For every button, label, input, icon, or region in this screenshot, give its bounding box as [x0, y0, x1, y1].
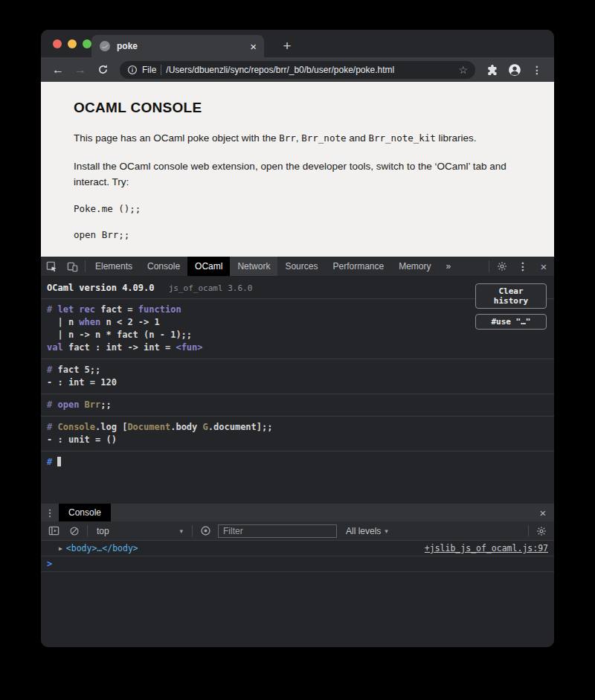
console-prompt-chevron: > [47, 559, 52, 569]
ocaml-version: OCaml version 4.09.0 [47, 283, 155, 293]
traffic-lights [53, 39, 91, 48]
file-scheme-label: File [142, 65, 156, 75]
intro-paragraph: This page has an OCaml poke object with … [74, 131, 521, 147]
browser-window: poke × + ← → File /Users/dbuenzli/sync/r… [41, 30, 554, 647]
clear-console-icon[interactable] [66, 523, 83, 539]
javascript-context-dropdown[interactable]: top ▾ [92, 526, 187, 536]
log-levels-dropdown[interactable]: All levels ▾ [341, 526, 388, 536]
console-settings-gear-icon[interactable] [533, 523, 550, 539]
minimize-window-button[interactable] [68, 39, 77, 48]
lib-name-code: Brr [279, 132, 296, 144]
tab-memory[interactable]: Memory [391, 257, 438, 276]
tab-performance[interactable]: Performance [325, 257, 391, 276]
url-text[interactable]: /Users/dbuenzli/sync/repos/brr/_b0/b/use… [166, 65, 454, 75]
device-toolbar-icon[interactable] [62, 257, 83, 276]
console-toolbar: top ▾ All levels ▾ [41, 521, 554, 541]
new-tab-button[interactable]: + [276, 35, 298, 57]
drawer-menu-kebab-icon[interactable]: ⋮ [41, 504, 59, 521]
back-button[interactable]: ← [48, 60, 68, 80]
toolbar-divider [489, 260, 489, 272]
clear-history-button[interactable]: Clear history [475, 283, 547, 309]
text-caret [57, 457, 61, 466]
close-drawer-icon[interactable]: × [532, 504, 554, 521]
console-messages: ▶ <body>…</body> +jslib_js_of_ocaml.js:9… [41, 541, 554, 647]
live-expression-eye-icon[interactable] [197, 523, 213, 539]
url-bar[interactable]: File /Users/dbuenzli/sync/repos/brr/_b0/… [120, 61, 475, 79]
address-toolbar: ← → File /Users/dbuenzli/sync/repos/brr/… [41, 57, 554, 82]
tab-strip: poke × + [41, 30, 554, 57]
forward-button: → [71, 60, 90, 80]
toolbar-divider [85, 260, 86, 272]
more-tabs-chevron[interactable]: » [439, 257, 459, 276]
profile-avatar-icon[interactable] [505, 61, 524, 79]
repl-entry: # fact 5;; - : int = 120 [41, 359, 554, 394]
tab-console[interactable]: Console [140, 257, 187, 276]
intro-text: libraries. [436, 132, 477, 144]
levels-label: All levels [346, 526, 381, 536]
tab-sources[interactable]: Sources [277, 257, 325, 276]
close-window-button[interactable] [53, 39, 62, 48]
expand-triangle-icon[interactable]: ▶ [59, 545, 62, 552]
bookmark-star-icon[interactable]: ☆ [458, 64, 468, 76]
jsoo-version: js_of_ocaml 3.6.0 [169, 283, 253, 293]
devtools-tabbar: Elements Console OCaml Network Sources P… [41, 257, 554, 277]
console-prompt-row[interactable]: > [41, 556, 554, 572]
lib-name-code: Brr_note [301, 132, 346, 144]
chevron-down-icon: ▾ [179, 527, 183, 535]
reload-button[interactable] [93, 60, 112, 80]
repl-prompt-line[interactable]: # [41, 451, 554, 473]
drawer-tab-console[interactable]: Console [59, 504, 111, 521]
inspect-element-icon[interactable] [41, 257, 62, 276]
intro-text: This page has an OCaml poke object with … [74, 132, 279, 144]
source-location-link[interactable]: +jslib_js_of_ocaml.js:97 [425, 543, 548, 553]
page-content: OCAML CONSOLE This page has an OCaml pok… [41, 82, 554, 257]
console-log-row: ▶ <body>…</body> +jslib_js_of_ocaml.js:9… [41, 541, 554, 556]
example-code-line: Poke.me ();; [74, 203, 521, 214]
lib-name-code: Brr_note_kit [369, 132, 436, 144]
page-title: OCAML CONSOLE [74, 100, 521, 116]
logged-dom-node[interactable]: <body>…</body> [66, 543, 138, 553]
extensions-puzzle-icon[interactable] [483, 61, 502, 79]
use-file-button[interactable]: #use "…" [475, 314, 547, 330]
toolbar-divider [192, 525, 193, 536]
url-separator [161, 65, 161, 75]
close-tab-icon[interactable]: × [250, 41, 257, 52]
close-devtools-icon[interactable]: × [533, 257, 554, 276]
browser-tab[interactable]: poke × [91, 35, 264, 57]
intro-text: and [346, 132, 368, 144]
info-icon[interactable] [127, 65, 138, 75]
toolbar-divider [528, 525, 529, 536]
browser-menu-kebab-icon[interactable]: ⋮ [527, 61, 547, 79]
devtools-settings-gear-icon[interactable] [492, 257, 512, 276]
tab-title: poke [117, 41, 244, 51]
instructions-paragraph: Install the OCaml console web extension,… [74, 159, 521, 190]
repl-entry: # Console.log [Document.body G.document]… [41, 416, 554, 451]
devtools-menu-kebab-icon[interactable]: ⋮ [512, 257, 533, 276]
context-label: top [97, 526, 109, 536]
console-sidebar-icon[interactable] [45, 523, 62, 539]
console-drawer-header: ⋮ Console × [41, 504, 554, 521]
ocaml-repl-panel: Clear history #use "…" OCaml version 4.0… [41, 277, 554, 504]
repl-entry: # open Brr;; [41, 394, 554, 416]
tab-network[interactable]: Network [230, 257, 277, 276]
toolbar-divider [87, 525, 88, 536]
chevron-down-icon: ▾ [385, 527, 388, 535]
zoom-window-button[interactable] [83, 39, 91, 48]
filter-input[interactable] [218, 524, 337, 538]
tab-elements[interactable]: Elements [88, 257, 140, 276]
favicon-icon [99, 40, 111, 52]
example-code-line: open Brr;; [74, 229, 521, 240]
tab-ocaml[interactable]: OCaml [187, 257, 230, 276]
